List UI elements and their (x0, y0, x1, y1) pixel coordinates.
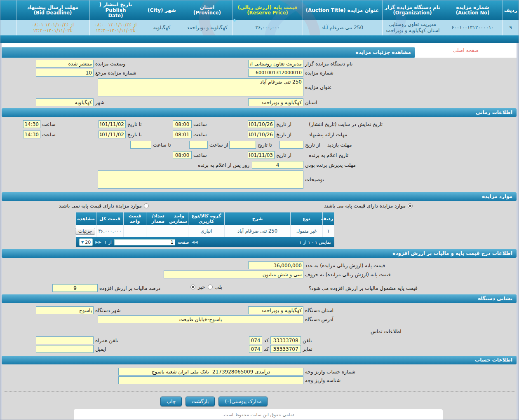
description-field: توضیحات (98, 170, 324, 189)
email-input[interactable] (36, 345, 94, 353)
status-label: وضعیت مزایده (95, 61, 125, 67)
accept-deadline-input[interactable] (252, 161, 303, 169)
tab-home[interactable]: صفحه اصلی (415, 43, 517, 58)
org-name-input[interactable] (248, 60, 303, 68)
hour-label: ساعت (193, 132, 207, 138)
col-publish-date-header[interactable]: تاریخ انتشار ( Publish(Date (89, 0, 142, 20)
phone-field: تلفن کد (249, 336, 312, 344)
mobile-input[interactable] (36, 336, 94, 344)
col-reserve-price-header[interactable]: قیمت پایه (ارزش ریالی)(Reserve Price) (232, 0, 303, 20)
status-input[interactable] (36, 60, 94, 68)
deposit-id-input[interactable] (118, 376, 303, 384)
visit-from-date-input[interactable] (279, 141, 303, 149)
account-no-label: شماره حساب واریز وجه (305, 369, 355, 375)
offer-from-hour-input[interactable] (173, 131, 192, 138)
phone-code-label: کد (264, 338, 269, 343)
radio-has-base-price[interactable]: موارد مزایده دارای قیمت پایه می باشند (324, 203, 413, 209)
province-input[interactable] (248, 98, 303, 106)
mobile-field: تلفن همراه (36, 336, 118, 344)
base-price-number-input[interactable] (248, 261, 303, 269)
item-col-desc: شرح (225, 212, 291, 225)
phone-code-input[interactable] (249, 336, 262, 344)
display-from-date-input[interactable] (248, 120, 275, 128)
col-bid-deadline-header[interactable]: مهلت ارسال پیشنهاد(Bid Deadline) (16, 0, 89, 20)
accept-deadline-label: مهلت پذیرش برنده بودن (305, 162, 356, 168)
vat-percent-input[interactable] (52, 284, 98, 292)
page-size-select[interactable]: 20▼ (79, 238, 93, 246)
org-province-label: استان دستگاه (305, 308, 333, 313)
org-city-input[interactable] (36, 306, 94, 314)
province-cell: کهگیلویه و بویراحمد (182, 20, 232, 35)
account-no-input[interactable] (118, 368, 303, 376)
title-textarea[interactable]: 250 تنی ضرغام آباد (98, 78, 303, 96)
pagination-page-input[interactable] (114, 239, 175, 245)
col-auction-no-header[interactable]: شماره مزایده(Auction No) (443, 0, 503, 20)
visit-to-date-input[interactable] (229, 141, 256, 149)
separator-dotted (4, 391, 514, 392)
visit-deadline-label: مهلت بازدید (327, 141, 352, 149)
offer-to-hour-input[interactable] (23, 131, 40, 138)
fax-code-input[interactable] (249, 345, 262, 353)
vat-yes-radio[interactable] (208, 285, 213, 289)
vat-no-radio[interactable] (190, 285, 195, 289)
city-input[interactable] (36, 98, 94, 106)
item-details-button[interactable]: جزئیات (75, 228, 95, 235)
winner-date-input[interactable] (248, 151, 275, 159)
pagination-next-icons[interactable]: ▶▶ (95, 240, 102, 244)
base-price-number-label: قیمت پایه (ارزش ریالی مزایده) به عدد (305, 263, 385, 268)
org-address-label: آدرس دستگاه (305, 317, 333, 322)
offer-deadline-label: مهلت ارائه پیشنهاد (309, 131, 347, 139)
pagination-summary: نمایش ۱ - ۱ از ۱ (299, 240, 331, 245)
auction-row: ۹ ۶۰۰۱۰۰۱۳۱۲۰۰۰۰۱۰ مدیریت تعاون روستایی … (0, 20, 519, 35)
email-label: ایمیل (95, 346, 106, 352)
description-textarea[interactable] (98, 170, 303, 189)
org-province-input[interactable] (248, 306, 303, 314)
attachments-button[interactable]: مدارک پیوستی(۰) (218, 397, 268, 406)
item-col-row: ردیف (323, 212, 334, 225)
to-date-label: تا تاریخ (258, 142, 272, 148)
fax-input[interactable] (270, 345, 301, 353)
item-col-group: گروه کالا/نوع کاربری (188, 212, 225, 225)
province-field: استان (248, 98, 317, 106)
offer-to-date-input[interactable] (99, 131, 126, 138)
offer-from-date-input[interactable] (248, 131, 275, 138)
organization-cell: مدیریت تعاون روستایی استان کهگیلویه و بو… (382, 20, 443, 35)
print-button[interactable]: چاپ (160, 397, 182, 406)
radio-selected-icon[interactable] (408, 203, 413, 208)
display-to-hour-input[interactable] (23, 120, 40, 128)
results-header-row: ردیف شماره مزایده(Auction No) نام دستگاه… (0, 0, 519, 20)
section-timing-header: اطلاعات زمانی (2, 108, 517, 117)
org-address-input[interactable] (98, 315, 303, 323)
base-price-words-input[interactable] (164, 271, 303, 278)
to-hour-label: تا ساعت (153, 142, 171, 148)
col-title-header[interactable]: عنوان مزایده (Auction Title) (303, 0, 382, 20)
visit-from-hour-input[interactable] (189, 141, 208, 149)
col-row-header[interactable]: ردیف (503, 0, 519, 20)
phone-label: تلفن (303, 338, 312, 343)
ref-no-input[interactable] (36, 69, 94, 77)
fax-field: نمابر کد (249, 345, 312, 353)
pagination-prev-icons[interactable]: ◀◀ (192, 240, 198, 244)
auction-detail-panel: صفحه اصلی مشاهده جزئیات مزایده نام دستگا… (2, 43, 517, 420)
visit-to-hour-input[interactable] (130, 141, 151, 149)
auction-no-input[interactable] (248, 69, 303, 77)
phone-input[interactable] (270, 336, 301, 344)
radio-unselected-icon[interactable] (144, 203, 149, 208)
fax-code-label: کد (264, 346, 269, 352)
radio-no-base-price[interactable]: موارد مزایده دارای قیمت پایه نمی باشند (59, 203, 149, 209)
display-from-hour-input[interactable] (173, 120, 192, 128)
mobile-label: تلفن همراه (95, 338, 118, 343)
col-city-header[interactable]: شهر (City) (142, 0, 182, 20)
province-label: استان (305, 100, 317, 105)
section-pricing-header: اطلاعات درج قیمت پایه و مالیات بر ارزش ا… (2, 249, 517, 258)
vat-yes-label: بلی (215, 284, 222, 290)
col-organization-header[interactable]: نام دستگاه مزایده گزار(Organization) (382, 0, 443, 20)
back-button[interactable]: بازگشت (186, 397, 215, 406)
display-to-date-input[interactable] (99, 120, 126, 128)
col-province-header[interactable]: استان(Province) (182, 0, 232, 20)
winner-hour-input[interactable] (173, 151, 192, 159)
accept-deadline-suffix: روز پس از اعلام به برنده (198, 161, 249, 169)
item-col-view: مشاهده (76, 212, 96, 225)
section-address-header: نشانی دستگاه (2, 294, 517, 303)
footer-copyright: تمامی حقوق این سایت محفوظ است. (74, 409, 443, 420)
